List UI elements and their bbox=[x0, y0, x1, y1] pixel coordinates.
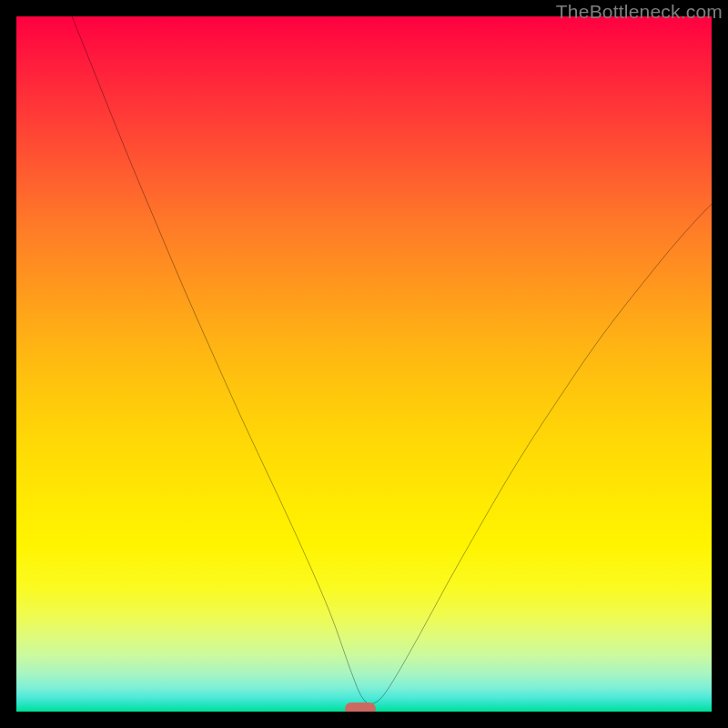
optimum-marker bbox=[345, 703, 376, 712]
curve-path bbox=[72, 16, 712, 704]
plot-area bbox=[16, 16, 712, 712]
bottleneck-curve bbox=[16, 16, 712, 712]
chart-stage: TheBottleneck.com bbox=[0, 0, 728, 728]
attribution-text: TheBottleneck.com bbox=[556, 1, 723, 23]
